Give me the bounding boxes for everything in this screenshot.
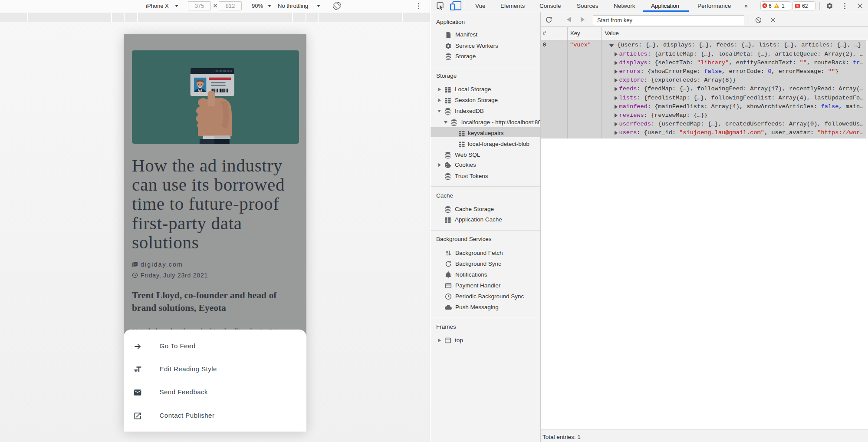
svg-text:1101010101010: 1101010101010: [214, 70, 232, 73]
